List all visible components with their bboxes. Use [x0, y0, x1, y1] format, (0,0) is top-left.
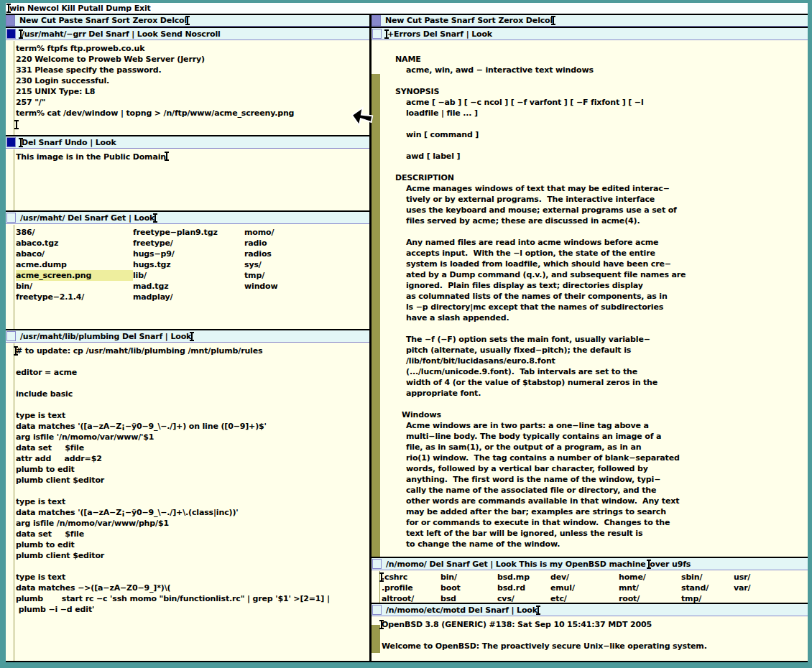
man-page-line[interactable]: The −f (−F) option sets the main font, u… [382, 334, 808, 345]
scrollbar[interactable] [6, 225, 14, 329]
man-page-line[interactable]: for or commands to execute in that windo… [382, 517, 808, 528]
text-line[interactable]: This image is in the Public Domain [16, 152, 369, 162]
man-page-line[interactable]: Acme windows are in two parts: a one−lin… [382, 420, 808, 431]
file-name[interactable]: madplay/ [133, 292, 244, 302]
file-name[interactable]: window [244, 281, 352, 292]
clean-box-icon[interactable] [6, 213, 16, 223]
text-line[interactable] [382, 630, 808, 641]
man-page-line[interactable]: rio(1) window. The tag contains a number… [382, 453, 808, 463]
window-body[interactable]: This image is in the Public Domain [6, 149, 369, 210]
man-page-line[interactable] [382, 75, 808, 86]
text-line[interactable]: attr add addr=$2 [16, 453, 369, 464]
file-name[interactable]: dev/ [550, 572, 619, 583]
window-tag-text[interactable]: /usr/maht/ Del Snarf Get | Look [20, 213, 154, 223]
text-line[interactable]: type is text [16, 496, 369, 507]
file-name[interactable]: .cshrc [382, 572, 440, 583]
window-tag[interactable]: +Errors Del Snarf | Look [372, 28, 808, 40]
plumbing-text[interactable]: # to update: cp /usr/maht/lib/plumbing /… [16, 343, 369, 661]
text-line[interactable]: Welcome to OpenBSD: The proactively secu… [382, 641, 808, 651]
text-line[interactable] [16, 399, 369, 410]
man-page-line[interactable]: may be added after the bar; examples are… [382, 506, 808, 517]
man-page-line[interactable]: (.../lucm/unicode.9.font). Tab intervals… [382, 366, 808, 377]
man-page-line[interactable]: ignored. Plain files display as text; di… [382, 280, 808, 291]
text-line[interactable]: 230 Login successful. [16, 75, 369, 86]
text-line[interactable]: plumb client $editor [16, 475, 369, 486]
text-line[interactable]: type is text [16, 410, 369, 421]
file-name[interactable]: abaco.tgz [16, 238, 133, 249]
file-name[interactable]: abaco/ [16, 249, 133, 259]
man-page-line[interactable]: text left of the bar will be ignored, un… [382, 528, 808, 539]
file-name[interactable]: cvs/ [497, 593, 550, 603]
file-name[interactable]: freetype−plan9.tgz [133, 227, 244, 238]
file-name[interactable]: emul/ [550, 583, 619, 593]
man-page-line[interactable]: words, followed by a vertical bar charac… [382, 463, 808, 474]
text-line[interactable]: plumb start rc −c 'ssh momo "bin/functio… [16, 593, 369, 604]
text-line[interactable] [16, 378, 369, 389]
file-name[interactable]: usr/ [734, 572, 777, 583]
man-page-line[interactable]: anything. The first word is the name of … [382, 474, 808, 485]
man-page-line[interactable]: loadfile | file ... ] [382, 108, 808, 119]
text-line[interactable]: type is text [16, 572, 369, 583]
file-name[interactable]: hugs.tgz [133, 259, 244, 270]
file-name[interactable]: radio [244, 238, 352, 249]
text-line[interactable]: 257 "/" [16, 97, 369, 108]
window-tag[interactable]: /n/momo/ Del Snarf Get | Look This is my… [372, 558, 808, 570]
main-command-row[interactable]: win Newcol Kill Putall Dump Exit [6, 3, 808, 15]
window-body[interactable]: NAMEacme, win, awd − interactive text wi… [372, 41, 808, 557]
man-page-line[interactable]: files served by acme; these are discusse… [382, 215, 808, 226]
file-name[interactable]: mnt/ [619, 583, 681, 593]
man-page-line[interactable]: to change the name of the window. [382, 539, 808, 549]
man-page-text[interactable]: NAMEacme, win, awd − interactive text wi… [382, 41, 808, 557]
man-page-line[interactable]: Acme manages windows of text that may be… [382, 183, 808, 194]
file-name[interactable]: sys/ [244, 259, 352, 270]
window-tag-text[interactable]: Del Snarf Undo | Look [22, 138, 116, 147]
man-page-line[interactable] [382, 119, 808, 129]
file-name[interactable]: altroot/ [382, 593, 440, 603]
text-line[interactable]: term% cat /dev/window | topng > /n/ftp/w… [16, 108, 369, 119]
dirty-box-icon[interactable] [6, 29, 16, 39]
text-line[interactable]: # to update: cp /usr/maht/lib/plumbing /… [16, 345, 369, 356]
directory-listing[interactable]: .cshrcbin/bsd.mpdev/home/sbin/usr/.profi… [382, 571, 808, 603]
column-commands[interactable]: New Cut Paste Snarf Sort Zerox Delcol [19, 16, 187, 25]
text-line[interactable]: 220 Welcome to Proweb Web Server (Jerry) [16, 54, 369, 65]
text-line[interactable]: plumb client $editor [16, 550, 369, 561]
window-tag-text[interactable]: /n/momo/etc/motd Del Snarf | Look [386, 606, 538, 615]
file-name[interactable]: sbin/ [681, 572, 734, 583]
file-name[interactable]: bsd.rd [497, 583, 550, 593]
text-line[interactable]: include basic [16, 389, 369, 399]
text-line[interactable]: editor = acme [16, 367, 369, 378]
text-line[interactable]: term% ftpfs ftp.proweb.co.uk [16, 43, 369, 54]
man-page-line[interactable]: accepts input. With the −l option, the s… [382, 248, 808, 259]
window-body[interactable]: term% ftpfs ftp.proweb.co.uk220 Welcome … [6, 41, 369, 135]
window-body[interactable]: .cshrcbin/bsd.mpdev/home/sbin/usr/.profi… [372, 571, 808, 603]
text-line[interactable]: 331 Please specify the password. [16, 65, 369, 75]
man-page-line[interactable]: multi−line body. The body typically cont… [382, 431, 808, 442]
window-body[interactable]: # to update: cp /usr/maht/lib/plumbing /… [6, 343, 369, 661]
file-name[interactable]: stand/ [681, 583, 734, 593]
text-line[interactable]: plumb to edit [16, 539, 369, 550]
window-tag[interactable]: /usr/maht/ Del Snarf Get | Look [6, 212, 369, 224]
file-name[interactable]: momo/ [244, 227, 352, 238]
file-name[interactable]: bin/ [440, 572, 497, 583]
man-page-line[interactable]: DESCRIPTION [382, 172, 808, 183]
text-line[interactable]: data set $file [16, 529, 369, 539]
file-name[interactable]: hugs−p9/ [133, 249, 244, 259]
file-name[interactable]: acme_screen.png [16, 270, 133, 281]
column-commands[interactable]: New Cut Paste Snarf Sort Zerox Delcol [385, 16, 553, 25]
window-tag[interactable]: /n/momo/etc/motd Del Snarf | Look [372, 604, 808, 616]
man-page-line[interactable]: acme [ −ab ] [ −c ncol ] [ −f varfont ] … [382, 97, 808, 108]
main-commands[interactable]: win Newcol Kill Putall Dump Exit [9, 4, 151, 13]
man-page-line[interactable]: /lib/font/bit/lucidasans/euro.8.font [382, 356, 808, 366]
man-page-line[interactable]: Any named files are read into acme windo… [382, 237, 808, 248]
scrollbar[interactable] [372, 571, 380, 603]
man-page-line[interactable]: other words are commands available in th… [382, 496, 808, 506]
scrollbar[interactable] [6, 343, 14, 661]
text-line[interactable]: data matches '([a−zA−Z¡−ÿ0−9_\−./]+) on … [16, 421, 369, 432]
window-tag[interactable]: /usr/maht/−grr Del Snarf | Look Send Nos… [6, 28, 369, 40]
clean-box-icon[interactable] [6, 331, 16, 341]
file-name[interactable]: 386/ [16, 227, 133, 238]
text-line[interactable]: arg isfile '/n/momo/var/www/'$1 [16, 432, 369, 442]
motd-text[interactable]: OpenBSD 3.8 (GENERIC) #138: Sat Sep 10 1… [382, 617, 808, 661]
column-tag[interactable]: New Cut Paste Snarf Sort Zerox Delcol [372, 15, 808, 27]
window-body[interactable]: 386/freetype−plan9.tgzmomo/abaco.tgzfree… [6, 225, 369, 329]
